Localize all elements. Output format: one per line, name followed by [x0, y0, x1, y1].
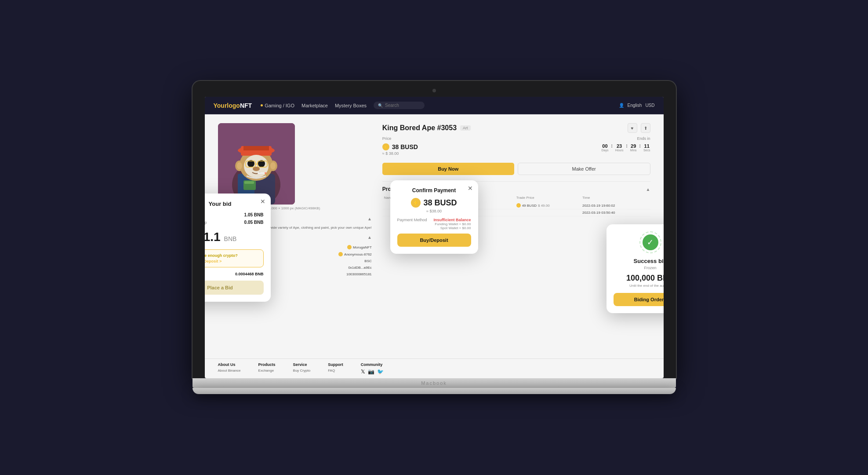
payment-amount: 38 BUSD	[423, 198, 457, 208]
insufficient-balance: Insufficient Balance	[433, 218, 471, 222]
payment-method-row: Payment Method Insufficient Balance Fund…	[397, 218, 471, 230]
nav-items: Gaming / IGO Marketplace Mystery Boxes 🔍	[261, 102, 610, 109]
price-row: ⚡ 38 BUSD	[382, 143, 418, 150]
footer-service: Service Buy Crypto	[293, 362, 311, 375]
bid-amount-row: 1.1 BNB	[205, 230, 264, 244]
provenance-chevron: ▲	[646, 187, 650, 192]
payment-usd: = $38.00	[397, 209, 471, 213]
search-box[interactable]: 🔍	[374, 102, 425, 109]
make-offer-button[interactable]: Make Offer	[518, 163, 650, 175]
footer-about: About Us About Binance	[218, 362, 241, 375]
bid-modal-title: Your bid	[205, 201, 264, 207]
search-input[interactable]	[385, 103, 420, 108]
site-header: YourlogoNFT Gaming / IGO Marketplace Mys…	[205, 97, 664, 114]
modal-payment[interactable]: ✕ Confirm Payment ⚡ 38 BUSD = $38.00 Pay…	[390, 180, 478, 254]
payment-method-info: Insufficient Balance Funding Wallet = $0…	[433, 218, 471, 230]
success-subtitle: Frozen	[614, 266, 664, 270]
logo-yourlogo: Yourlogo	[214, 102, 240, 109]
timer-row: 00 Days : 23 Hours :	[601, 143, 650, 152]
creator-icon	[347, 245, 352, 249]
footer-support: Support FAQ	[328, 362, 343, 375]
account-icon: 👤	[619, 103, 624, 108]
svg-rect-21	[258, 172, 265, 174]
logo-nft: NFT	[240, 102, 252, 109]
header-currency[interactable]: USD	[645, 103, 654, 108]
art-badge: Art	[460, 125, 471, 131]
product-image	[218, 123, 295, 205]
price-section: Price Ends in	[382, 136, 650, 141]
payment-close-button[interactable]: ✕	[468, 185, 473, 192]
site-logo[interactable]: YourlogoNFT	[214, 102, 252, 109]
product-title: King Bored Ape #3053	[382, 124, 457, 132]
laptop-base: Macbook	[192, 378, 676, 388]
footer-products: Products Exchange	[258, 362, 276, 375]
modal-success[interactable]: ✕ ✓ Success bid Frozen 100,000 BNB Until…	[607, 224, 664, 313]
usd-price: ≈ $ 38.00	[382, 151, 418, 156]
laptop-screen: YourlogoNFT Gaming / IGO Marketplace Mys…	[205, 97, 664, 378]
product-title-row: King Bored Ape #3053 Art ♥ ⬆	[382, 123, 650, 133]
payment-title: Confirm Payment	[397, 187, 471, 194]
success-icon-ring: ✓	[639, 231, 661, 253]
svg-rect-22	[265, 172, 266, 174]
owner-icon	[338, 252, 343, 256]
share-btn[interactable]: ⬆	[641, 123, 650, 133]
busd-icon: ⚡	[382, 143, 389, 150]
success-note: Until the end of the auction	[614, 284, 664, 288]
payment-busd-icon: ⚡	[411, 198, 421, 208]
nav-dot	[261, 104, 263, 106]
header-lang[interactable]: English	[628, 103, 642, 108]
spot-wallet: Spot Wallet = $0.00	[433, 226, 471, 230]
buy-now-button[interactable]: Buy Now	[382, 163, 514, 175]
details-chevron: ▲	[367, 235, 372, 240]
nav-gaming[interactable]: Gaming / IGO	[261, 103, 294, 108]
svg-rect-5	[244, 181, 254, 184]
bid-current-row: Current bid 1.05 BNB	[205, 212, 264, 217]
price-amount: 38 BUSD	[392, 143, 418, 150]
buy-crypto-link[interactable]: Buy Crypto/Deposit >	[205, 259, 259, 263]
laptop-camera	[432, 89, 436, 92]
bid-close-button[interactable]: ✕	[260, 198, 265, 205]
nav-mystery-boxes[interactable]: Mystery Boxes	[335, 103, 367, 108]
desc-chevron: ▲	[367, 216, 372, 221]
header-right: 👤 English USD	[619, 103, 655, 108]
twitter-icon[interactable]: 𝕏	[361, 369, 365, 375]
trade-price-icon: ⚡	[516, 203, 521, 208]
search-icon: 🔍	[378, 103, 383, 108]
bid-markup-row: Minimum markup 0.05 BNB	[205, 220, 264, 225]
save-btn[interactable]: ♥	[628, 123, 637, 133]
twitter-bird-icon[interactable]: 🐦	[377, 369, 384, 375]
modal-bid[interactable]: ✕ Your bid Current bid 1.05 BNB Minimum …	[205, 194, 271, 302]
site-footer: About Us About Binance Products Exchange…	[205, 358, 664, 378]
svg-point-14	[244, 155, 269, 178]
success-checkmark-icon: ✓	[643, 234, 658, 250]
bid-warning-box: ⚠ Don't have enough crypto? Buy Crypto/D…	[205, 249, 264, 267]
buy-deposit-button[interactable]: Buy/Deposit	[397, 234, 471, 247]
funding-wallet: Funding Wallet = $0.00	[433, 222, 471, 226]
place-bid-button[interactable]: Place a Bid	[205, 281, 264, 295]
success-title: Success bid	[614, 258, 664, 264]
btn-row: Buy Now Make Offer	[382, 163, 650, 175]
instagram-icon[interactable]: 📷	[368, 369, 374, 375]
svg-point-13	[270, 162, 276, 169]
biding-orders-button[interactable]: Biding Orders	[614, 293, 664, 306]
svg-rect-9	[243, 146, 269, 150]
available-row: Available 0.0004468 BNB	[205, 272, 264, 276]
svg-point-20	[253, 167, 260, 171]
bid-amount: 1.1	[205, 230, 221, 244]
laptop-bottom	[192, 388, 676, 394]
payment-amount-row: ⚡ 38 BUSD	[397, 198, 471, 208]
svg-point-11	[237, 162, 242, 169]
nav-marketplace[interactable]: Marketplace	[301, 103, 328, 108]
footer-community: Community 𝕏 📷 🐦	[361, 362, 384, 375]
bid-currency: BNB	[224, 235, 237, 242]
success-amount: 100,000 BNB	[614, 274, 664, 283]
